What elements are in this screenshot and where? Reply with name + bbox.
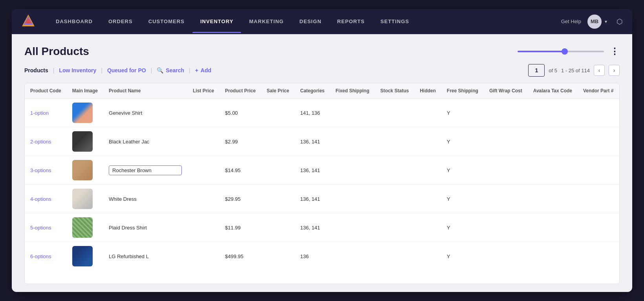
product-image [72, 217, 93, 238]
product-price-cell: $5.00 [220, 99, 261, 127]
fixed-shipping-cell [330, 127, 375, 156]
avalara-tax-code-cell [528, 156, 578, 185]
nav-dashboard[interactable]: DASHBOARD [48, 10, 101, 33]
sale-price-cell [261, 242, 295, 271]
top-navigation: DASHBOARD ORDERS CUSTOMERS INVENTORY MAR… [12, 9, 632, 34]
page-header: All Products ⋮ [24, 45, 620, 58]
col-vendor-price: Vendor Price [619, 83, 620, 99]
list-price-cell [187, 213, 220, 242]
products-table-wrapper: Product Code Main Image Product Name Lis… [24, 83, 620, 284]
nav-inventory[interactable]: INVENTORY [192, 10, 242, 33]
search-button[interactable]: 🔍 Search [157, 67, 184, 73]
product-name-input[interactable] [109, 165, 182, 175]
product-price-cell: $11.99 [220, 213, 261, 242]
divider-2: | [101, 67, 102, 73]
table-body: 1-optionGenevive Shirt$5.00141, 136Y2-op… [25, 99, 620, 271]
avalara-tax-code-cell [528, 127, 578, 156]
fixed-shipping-cell [330, 213, 375, 242]
nav-settings[interactable]: SETTINGS [373, 10, 417, 33]
col-product-price: Product Price [220, 83, 261, 99]
sale-price-cell [261, 127, 295, 156]
col-fixed-shipping: Fixed Shipping [330, 83, 375, 99]
col-main-image: Main Image [67, 83, 103, 99]
col-avalara-tax-code: Avalara Tax Code [528, 83, 578, 99]
nav-reports[interactable]: REPORTS [329, 10, 373, 33]
column-width-slider[interactable] [518, 51, 604, 52]
sale-price-cell [261, 99, 295, 127]
product-code-link[interactable]: 1-option [30, 110, 49, 116]
get-help-link[interactable]: Get Help [561, 18, 581, 24]
user-menu-button[interactable]: MB ▾ [587, 15, 607, 29]
avalara-tax-code-cell [528, 213, 578, 242]
product-price-cell: $499.95 [220, 242, 261, 271]
nav-marketing[interactable]: MARKETING [241, 10, 291, 33]
categories-cell: 136, 141 [295, 185, 330, 213]
fixed-shipping-cell [330, 242, 375, 271]
col-sale-price: Sale Price [261, 83, 295, 99]
header-right: ⋮ [518, 46, 620, 57]
next-page-button[interactable]: › [609, 65, 620, 76]
page-of-total: of 5 [549, 68, 557, 73]
vendor-price-cell [619, 185, 620, 213]
column-width-slider-container [518, 51, 604, 52]
stock-status-cell [375, 99, 415, 127]
more-options-button[interactable]: ⋮ [610, 46, 620, 57]
hidden-cell [414, 156, 441, 185]
stock-status-cell [375, 213, 415, 242]
pagination: of 5 1 - 25 of 114 ‹ › [528, 64, 620, 77]
prev-page-button[interactable]: ‹ [594, 65, 605, 76]
categories-cell: 136, 141 [295, 213, 330, 242]
hidden-cell [414, 185, 441, 213]
sale-price-cell [261, 185, 295, 213]
product-image [72, 246, 93, 266]
product-code-link[interactable]: 5-options [30, 225, 51, 231]
stock-status-cell [375, 127, 415, 156]
chevron-down-icon: ▾ [605, 19, 607, 24]
free-shipping-cell: Y [441, 127, 484, 156]
nav-orders[interactable]: ORDERS [101, 10, 141, 33]
subnav-low-inventory[interactable]: Low Inventory [59, 66, 96, 75]
vendor-part-cell [578, 156, 619, 185]
free-shipping-cell: Y [441, 242, 484, 271]
subnav-products[interactable]: Products [24, 66, 48, 75]
avalara-tax-code-cell [528, 185, 578, 213]
vendor-part-cell [578, 127, 619, 156]
app-logo[interactable] [21, 14, 35, 29]
add-product-button[interactable]: + Add [195, 67, 211, 73]
page-number-input[interactable] [528, 64, 545, 77]
nav-design[interactable]: DESIGN [292, 10, 329, 33]
product-name: Genevive Shirt [109, 110, 142, 116]
nav-right: Get Help MB ▾ ⬡ [561, 15, 623, 29]
free-shipping-cell: Y [441, 185, 484, 213]
gift-wrap-cost-cell [484, 99, 528, 127]
categories-cell: 136 [295, 242, 330, 271]
vendor-price-cell [619, 127, 620, 156]
nav-customers[interactable]: CUSTOMERS [141, 10, 192, 33]
product-price-cell: $14.95 [220, 156, 261, 185]
main-content: All Products ⋮ Products | Low Inventory … [12, 34, 632, 292]
product-code-link[interactable]: 6-options [30, 253, 51, 259]
product-code-link[interactable]: 4-options [30, 196, 51, 202]
product-image [72, 131, 93, 152]
nav-items: DASHBOARD ORDERS CUSTOMERS INVENTORY MAR… [48, 10, 561, 33]
subnav-queued-for-po[interactable]: Queued for PO [107, 66, 146, 75]
free-shipping-cell: Y [441, 213, 484, 242]
free-shipping-cell: Y [441, 99, 484, 127]
product-code-link[interactable]: 2-options [30, 139, 51, 145]
product-code-link[interactable]: 3-options [30, 167, 51, 173]
product-price-cell: $2.99 [220, 127, 261, 156]
col-list-price: List Price [187, 83, 220, 99]
product-name: LG Refurbished L [109, 253, 149, 259]
sale-price-cell [261, 156, 295, 185]
hidden-cell [414, 99, 441, 127]
table-row: 2-optionsBlack Leather Jac$2.99136, 141Y [25, 127, 620, 156]
vendor-price-cell [619, 156, 620, 185]
fixed-shipping-cell [330, 185, 375, 213]
external-link-icon[interactable]: ⬡ [617, 17, 623, 26]
free-shipping-cell: Y [441, 156, 484, 185]
product-price-cell: $29.95 [220, 185, 261, 213]
table-header-row: Product Code Main Image Product Name Lis… [25, 83, 620, 99]
vendor-price-cell [619, 242, 620, 271]
avatar: MB [587, 15, 602, 29]
vendor-price-cell [619, 99, 620, 127]
